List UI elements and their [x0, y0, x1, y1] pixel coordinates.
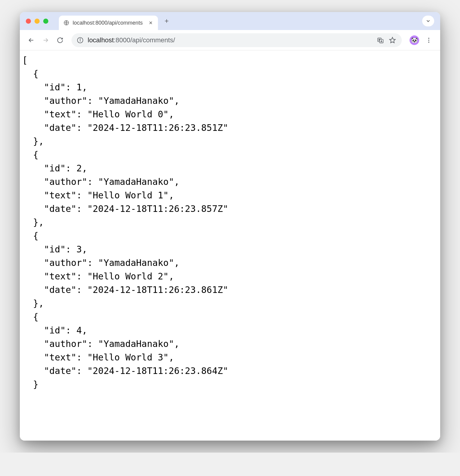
json-response-body: [ { "id": 1, "author": "YamadaHanako", "…: [20, 50, 440, 441]
tab-strip: localhost:8000/api/comments: [20, 12, 440, 30]
globe-icon: [63, 20, 70, 26]
svg-point-3: [80, 38, 80, 39]
tab-overflow-button[interactable]: [422, 16, 434, 26]
url-host: localhost: [88, 36, 114, 44]
svg-point-7: [428, 40, 429, 41]
tab-close-button[interactable]: [148, 20, 154, 26]
new-tab-button[interactable]: [161, 15, 172, 27]
window-close-button[interactable]: [26, 19, 31, 24]
window-minimize-button[interactable]: [35, 19, 40, 24]
site-info-icon[interactable]: [77, 37, 83, 44]
svg-point-6: [428, 38, 429, 39]
browser-window: localhost:8000/api/comments: [20, 12, 440, 441]
translate-icon[interactable]: [377, 36, 384, 44]
address-bar[interactable]: localhost:8000/api/comments/: [71, 33, 402, 47]
reload-button[interactable]: [54, 34, 66, 46]
window-controls: [26, 19, 48, 24]
url-display: localhost:8000/api/comments/: [88, 36, 372, 44]
bookmark-star-icon[interactable]: [389, 36, 396, 44]
url-path: :8000/api/comments/: [114, 36, 175, 44]
back-button[interactable]: [25, 34, 37, 46]
profile-avatar[interactable]: 🐼: [410, 35, 419, 45]
forward-button[interactable]: [40, 34, 52, 46]
toolbar: localhost:8000/api/comments/ 🐼: [20, 30, 440, 50]
tab-title: localhost:8000/api/comments: [73, 20, 145, 26]
svg-point-8: [428, 41, 429, 43]
browser-tab[interactable]: localhost:8000/api/comments: [59, 16, 158, 30]
kebab-menu-icon[interactable]: [423, 34, 435, 46]
window-maximize-button[interactable]: [43, 19, 48, 24]
